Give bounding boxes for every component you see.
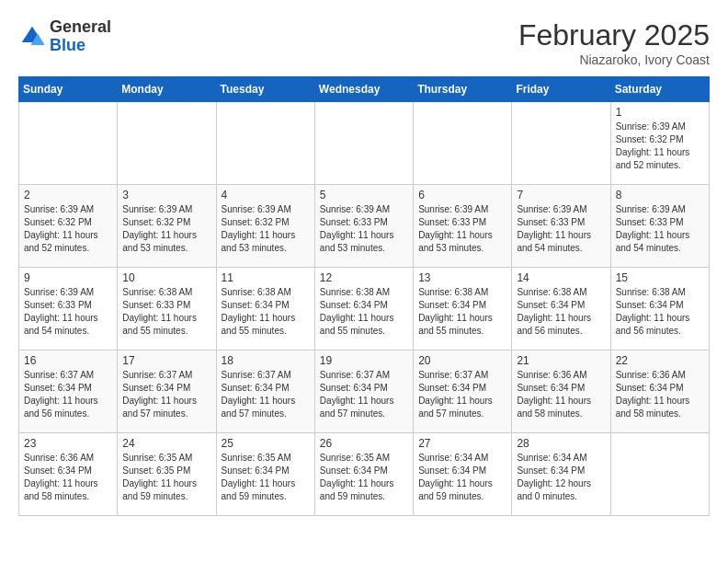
- day-cell: 2Sunrise: 6:39 AM Sunset: 6:32 PM Daylig…: [19, 185, 118, 268]
- day-cell: [414, 102, 512, 185]
- day-info: Sunrise: 6:37 AM Sunset: 6:34 PM Dayligh…: [418, 369, 506, 420]
- day-info: Sunrise: 6:35 AM Sunset: 6:34 PM Dayligh…: [320, 452, 408, 503]
- weekday-header-tuesday: Tuesday: [216, 77, 314, 102]
- day-cell: [512, 102, 610, 185]
- day-cell: 7Sunrise: 6:39 AM Sunset: 6:33 PM Daylig…: [512, 185, 610, 268]
- day-info: Sunrise: 6:36 AM Sunset: 6:34 PM Dayligh…: [24, 452, 112, 503]
- day-number: 10: [122, 271, 210, 284]
- weekday-header-wednesday: Wednesday: [314, 77, 413, 102]
- day-number: 7: [517, 189, 605, 201]
- day-number: 13: [418, 271, 506, 284]
- day-number: 3: [122, 189, 210, 201]
- weekday-header-sunday: Sunday: [19, 77, 118, 102]
- day-cell: 9Sunrise: 6:39 AM Sunset: 6:33 PM Daylig…: [19, 268, 118, 350]
- day-cell: [610, 433, 709, 516]
- day-cell: 19Sunrise: 6:37 AM Sunset: 6:34 PM Dayli…: [314, 350, 413, 433]
- day-info: Sunrise: 6:37 AM Sunset: 6:34 PM Dayligh…: [222, 369, 310, 420]
- day-number: 18: [222, 354, 310, 367]
- day-cell: 27Sunrise: 6:34 AM Sunset: 6:34 PM Dayli…: [414, 433, 512, 516]
- day-cell: 10Sunrise: 6:38 AM Sunset: 6:33 PM Dayli…: [118, 268, 216, 350]
- day-cell: 11Sunrise: 6:38 AM Sunset: 6:34 PM Dayli…: [216, 268, 314, 350]
- day-cell: 3Sunrise: 6:39 AM Sunset: 6:32 PM Daylig…: [118, 185, 216, 268]
- day-cell: 15Sunrise: 6:38 AM Sunset: 6:34 PM Dayli…: [610, 268, 709, 350]
- day-info: Sunrise: 6:36 AM Sunset: 6:34 PM Dayligh…: [616, 369, 704, 420]
- day-number: 23: [24, 437, 112, 450]
- day-cell: 4Sunrise: 6:39 AM Sunset: 6:32 PM Daylig…: [216, 185, 314, 268]
- day-info: Sunrise: 6:38 AM Sunset: 6:34 PM Dayligh…: [222, 286, 310, 338]
- day-cell: 12Sunrise: 6:38 AM Sunset: 6:34 PM Dayli…: [314, 268, 413, 350]
- day-number: 20: [418, 354, 506, 367]
- day-info: Sunrise: 6:38 AM Sunset: 6:34 PM Dayligh…: [616, 286, 704, 338]
- day-number: 12: [320, 271, 408, 284]
- day-info: Sunrise: 6:38 AM Sunset: 6:33 PM Dayligh…: [122, 286, 210, 338]
- day-cell: 26Sunrise: 6:35 AM Sunset: 6:34 PM Dayli…: [314, 433, 413, 516]
- day-number: 4: [222, 189, 310, 201]
- day-number: 16: [24, 354, 112, 367]
- day-number: 1: [616, 106, 704, 119]
- day-info: Sunrise: 6:38 AM Sunset: 6:34 PM Dayligh…: [320, 286, 408, 338]
- day-info: Sunrise: 6:37 AM Sunset: 6:34 PM Dayligh…: [320, 369, 408, 420]
- day-info: Sunrise: 6:39 AM Sunset: 6:32 PM Dayligh…: [24, 203, 112, 255]
- day-number: 15: [616, 271, 704, 284]
- day-cell: 24Sunrise: 6:35 AM Sunset: 6:35 PM Dayli…: [118, 433, 216, 516]
- day-cell: 23Sunrise: 6:36 AM Sunset: 6:34 PM Dayli…: [19, 433, 118, 516]
- day-cell: 17Sunrise: 6:37 AM Sunset: 6:34 PM Dayli…: [118, 350, 216, 433]
- week-row-1: 1Sunrise: 6:39 AM Sunset: 6:32 PM Daylig…: [19, 102, 710, 185]
- day-number: 14: [517, 271, 605, 284]
- day-number: 24: [122, 437, 210, 450]
- day-cell: 6Sunrise: 6:39 AM Sunset: 6:33 PM Daylig…: [414, 185, 512, 268]
- day-number: 5: [320, 189, 408, 201]
- day-number: 26: [320, 437, 408, 450]
- day-number: 9: [24, 271, 112, 284]
- weekday-header-friday: Friday: [512, 77, 610, 102]
- day-info: Sunrise: 6:34 AM Sunset: 6:34 PM Dayligh…: [418, 452, 506, 503]
- day-info: Sunrise: 6:35 AM Sunset: 6:35 PM Dayligh…: [122, 452, 210, 503]
- weekday-header-row: SundayMondayTuesdayWednesdayThursdayFrid…: [19, 77, 710, 102]
- day-number: 6: [418, 189, 506, 201]
- title-area: February 2025 Niazaroko, Ivory Coast: [518, 18, 710, 67]
- day-cell: 14Sunrise: 6:38 AM Sunset: 6:34 PM Dayli…: [512, 268, 610, 350]
- day-info: Sunrise: 6:39 AM Sunset: 6:33 PM Dayligh…: [616, 203, 704, 255]
- weekday-header-monday: Monday: [118, 77, 216, 102]
- day-cell: [19, 102, 118, 185]
- day-info: Sunrise: 6:39 AM Sunset: 6:32 PM Dayligh…: [122, 203, 210, 255]
- day-info: Sunrise: 6:39 AM Sunset: 6:33 PM Dayligh…: [418, 203, 506, 255]
- day-number: 2: [24, 189, 112, 201]
- day-cell: [314, 102, 413, 185]
- month-year: February 2025: [518, 18, 710, 52]
- logo: General Blue: [18, 18, 111, 55]
- day-cell: 1Sunrise: 6:39 AM Sunset: 6:32 PM Daylig…: [610, 102, 709, 185]
- week-row-2: 2Sunrise: 6:39 AM Sunset: 6:32 PM Daylig…: [19, 185, 710, 268]
- day-info: Sunrise: 6:39 AM Sunset: 6:33 PM Dayligh…: [320, 203, 408, 255]
- day-info: Sunrise: 6:39 AM Sunset: 6:33 PM Dayligh…: [24, 286, 112, 338]
- day-cell: 18Sunrise: 6:37 AM Sunset: 6:34 PM Dayli…: [216, 350, 314, 433]
- week-row-5: 23Sunrise: 6:36 AM Sunset: 6:34 PM Dayli…: [19, 433, 710, 516]
- logo-text: General Blue: [50, 18, 111, 55]
- day-info: Sunrise: 6:37 AM Sunset: 6:34 PM Dayligh…: [122, 369, 210, 420]
- day-cell: 28Sunrise: 6:34 AM Sunset: 6:34 PM Dayli…: [512, 433, 610, 516]
- day-info: Sunrise: 6:36 AM Sunset: 6:34 PM Dayligh…: [517, 369, 605, 420]
- day-number: 21: [517, 354, 605, 367]
- day-number: 8: [616, 189, 704, 201]
- day-number: 19: [320, 354, 408, 367]
- day-cell: 16Sunrise: 6:37 AM Sunset: 6:34 PM Dayli…: [19, 350, 118, 433]
- day-info: Sunrise: 6:39 AM Sunset: 6:32 PM Dayligh…: [616, 121, 704, 172]
- page-header: General Blue February 2025 Niazaroko, Iv…: [18, 18, 710, 67]
- day-cell: 25Sunrise: 6:35 AM Sunset: 6:34 PM Dayli…: [216, 433, 314, 516]
- day-cell: [216, 102, 314, 185]
- logo-general: General: [50, 18, 111, 37]
- weekday-header-thursday: Thursday: [414, 77, 512, 102]
- day-info: Sunrise: 6:34 AM Sunset: 6:34 PM Dayligh…: [517, 452, 605, 503]
- day-info: Sunrise: 6:39 AM Sunset: 6:33 PM Dayligh…: [517, 203, 605, 255]
- day-cell: [118, 102, 216, 185]
- week-row-3: 9Sunrise: 6:39 AM Sunset: 6:33 PM Daylig…: [19, 268, 710, 350]
- day-number: 28: [517, 437, 605, 450]
- day-number: 25: [222, 437, 310, 450]
- day-cell: 8Sunrise: 6:39 AM Sunset: 6:33 PM Daylig…: [610, 185, 709, 268]
- day-number: 17: [122, 354, 210, 367]
- day-cell: 5Sunrise: 6:39 AM Sunset: 6:33 PM Daylig…: [314, 185, 413, 268]
- day-cell: 13Sunrise: 6:38 AM Sunset: 6:34 PM Dayli…: [414, 268, 512, 350]
- day-cell: 22Sunrise: 6:36 AM Sunset: 6:34 PM Dayli…: [610, 350, 709, 433]
- location: Niazaroko, Ivory Coast: [518, 52, 710, 67]
- weekday-header-saturday: Saturday: [610, 77, 709, 102]
